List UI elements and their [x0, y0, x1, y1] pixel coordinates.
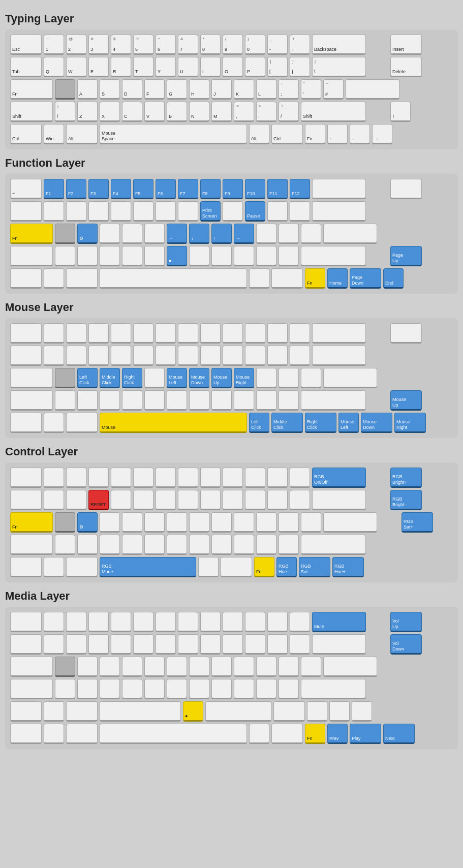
key-quote: "'	[301, 79, 321, 100]
med-blank65	[249, 724, 269, 744]
med-blank20	[156, 634, 176, 655]
med-blank15	[44, 634, 64, 655]
cl-blank17	[111, 490, 131, 510]
key-enter	[346, 79, 399, 100]
ml-blank49	[44, 413, 64, 433]
key-rbracket: }]	[290, 57, 310, 77]
fn-blank35	[44, 268, 64, 289]
fn-blank37	[249, 268, 269, 289]
fn-blank6	[88, 201, 109, 222]
ml-mouse-space: Mouse	[100, 413, 247, 433]
fn-blank12	[267, 201, 288, 222]
ml-blank29	[312, 346, 366, 366]
key-fn-r: Fn	[305, 124, 325, 144]
ml-blank16	[10, 346, 42, 366]
key-alt-l: Alt	[66, 124, 98, 144]
fn-blank28	[189, 246, 209, 266]
key-c: C	[122, 102, 142, 122]
key-tab: Tab	[10, 57, 42, 77]
ml-rightclick2: RightClick	[305, 413, 336, 433]
fn-down: ↓	[189, 224, 209, 244]
fn-blank13	[290, 201, 310, 222]
med-blank58	[273, 701, 305, 722]
cl-fn2: Fn	[254, 557, 274, 577]
cl-blank14	[10, 490, 42, 510]
cl-blank44	[167, 535, 187, 555]
med-blank55	[66, 701, 98, 722]
cl-blank40	[77, 535, 98, 555]
fn-blank26	[122, 246, 142, 266]
cl-blank19	[156, 490, 176, 510]
ml-blank47	[301, 390, 366, 411]
cl-fn: Fn	[10, 512, 53, 533]
fn-blank23	[55, 246, 75, 266]
cl-blank3	[66, 468, 86, 488]
med-gray	[55, 657, 75, 677]
cl-blank8	[178, 468, 198, 488]
fn-f11: F11	[267, 179, 288, 199]
fn-blank30	[234, 246, 254, 266]
key-esc: Esc	[10, 35, 42, 55]
key-g: G	[167, 79, 187, 100]
key-p: P	[245, 57, 265, 77]
ml-blank11	[245, 323, 265, 344]
med-blank3	[66, 612, 86, 632]
key-ctrl-l: Ctrl	[10, 124, 42, 144]
keyboard-control: RGBOn/Off RGBBright+ RESET RGBBright- Fn…	[5, 462, 458, 582]
section-title-mouse: Mouse Layer	[5, 301, 458, 314]
cl-blank36	[301, 512, 321, 533]
cl-blank31	[189, 512, 209, 533]
med-blank59	[307, 701, 327, 722]
key-z: Z	[77, 102, 98, 122]
fn-blank29	[211, 246, 232, 266]
key-o: O	[223, 57, 243, 77]
cl-blank47	[234, 535, 254, 555]
fn-gear: ⚙	[77, 224, 98, 244]
fn-blank2	[390, 179, 422, 199]
key-j: J	[211, 79, 232, 100]
ml-leftclick2: LeftClick	[249, 413, 269, 433]
ml-blank1	[10, 323, 42, 344]
fn-blank3	[10, 201, 42, 222]
fn-blank32	[279, 246, 299, 266]
med-blank51	[279, 679, 299, 699]
cl-blank2	[44, 468, 64, 488]
key-f: F	[144, 79, 165, 100]
cl-rgb-bright-plus: RGBBright+	[390, 468, 422, 488]
fn-f5: F5	[133, 179, 153, 199]
cl-rgb-sat-plus: RGBSat+	[402, 512, 433, 533]
fn-blank18	[256, 224, 276, 244]
key-v: V	[144, 102, 165, 122]
key-minus: _-	[267, 35, 288, 55]
med-blank30	[122, 657, 142, 677]
key-q: Q	[44, 57, 64, 77]
med-blank50	[256, 679, 276, 699]
ml-middleclick: MiddleClick	[100, 368, 120, 388]
ml-mousedown2: MouseDown	[361, 413, 392, 433]
med-volup: VolUp	[390, 612, 422, 632]
cl-blank10	[223, 468, 243, 488]
fn-fn2: Fn	[305, 268, 325, 289]
ml-blank31	[256, 368, 276, 388]
key-lbracket: {[	[267, 57, 288, 77]
cl-blank37	[323, 512, 377, 533]
ml-gray	[55, 368, 75, 388]
fn-f3: F3	[88, 179, 109, 199]
key-up: ↑	[390, 102, 411, 122]
fn-blank27	[144, 246, 165, 266]
fn-up: ↑	[211, 224, 232, 244]
med-blank46	[167, 679, 187, 699]
ml-mouseleft2: MouseLeft	[338, 413, 359, 433]
fn-blank21	[323, 224, 377, 244]
fn-blank25	[100, 246, 120, 266]
fn-end: End	[383, 268, 404, 289]
cl-blank45	[189, 535, 209, 555]
fn-pagedown: PageDown	[350, 268, 381, 289]
med-blank33	[189, 657, 209, 677]
ml-blank18	[66, 346, 86, 366]
fn-blank31	[256, 246, 276, 266]
key-percent: %5	[133, 35, 153, 55]
med-blank42	[77, 679, 98, 699]
med-blank61	[352, 701, 372, 722]
key-right: →	[372, 124, 392, 144]
